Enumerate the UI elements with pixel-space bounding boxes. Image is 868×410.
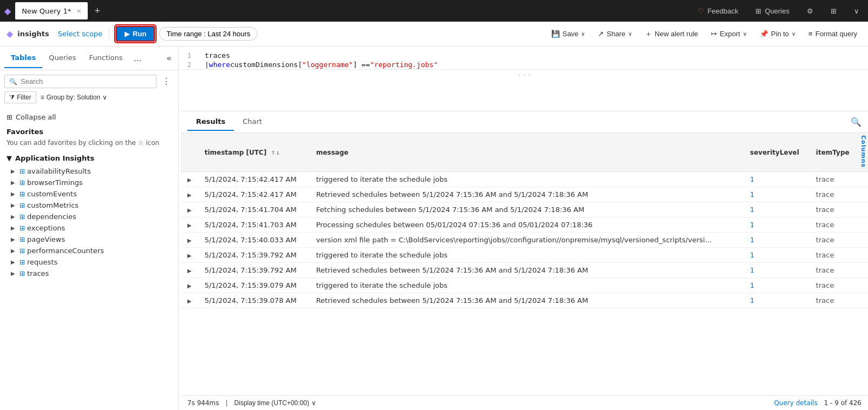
app-icon: ◆ (4, 6, 11, 16)
table-label: performanceCounters (27, 247, 104, 255)
tab-functions[interactable]: Functions (82, 48, 129, 68)
table-row-dependencies[interactable]: ▶ ⊞ dependencies (0, 211, 178, 222)
group-by-button[interactable]: ≡ Group by: Solution ∨ (41, 94, 107, 101)
table-row-customMetrics[interactable]: ▶ ⊞ customMetrics (0, 200, 178, 211)
editor-pane[interactable]: 1 traces 2 | where customDimensions[ "lo… (181, 47, 868, 111)
table-row-browserTimings[interactable]: ▶ ⊞ browserTimings (0, 177, 178, 188)
chart-tab[interactable]: Chart (234, 113, 271, 131)
itemtype-header[interactable]: itemType (810, 133, 859, 172)
table-row-traces[interactable]: ▶ ⊞ traces (0, 268, 178, 279)
expand-cell[interactable]: ▶ (181, 263, 198, 278)
expand-col-header (181, 133, 198, 172)
more-tabs-button[interactable]: ... (129, 51, 146, 65)
collapse-sidebar-button[interactable]: « (164, 51, 174, 65)
active-tab[interactable]: New Query 1* × (15, 2, 88, 19)
table-row: ▶ 5/1/2024, 7:15:39.079 AM triggered to … (181, 278, 868, 293)
search-input[interactable] (21, 77, 152, 85)
columns-body-cell (859, 293, 868, 308)
severity-header[interactable]: severityLevel (743, 133, 810, 172)
format-icon: ≡ (808, 30, 813, 38)
results-table-container: timestamp [UTC] ↑↓ message severityLevel… (181, 133, 868, 395)
table-label: browserTimings (27, 178, 83, 187)
message-header[interactable]: message (310, 133, 743, 172)
save-button[interactable]: 💾 Save ∨ (547, 28, 590, 40)
table-row-performanceCounters[interactable]: ▶ ⊞ performanceCounters (0, 245, 178, 256)
tab-tables[interactable]: Tables (4, 48, 42, 68)
table-label: traces (27, 269, 49, 277)
expand-cell[interactable]: ▶ (181, 293, 198, 308)
new-tab-button[interactable]: + (90, 5, 105, 17)
table-row: ▶ 5/1/2024, 7:15:41.704 AM Fetching sche… (181, 202, 868, 217)
collapse-all-button[interactable]: ⊞ Collapse all (0, 111, 178, 123)
expand-button[interactable]: ∨ (850, 5, 864, 17)
time-range-button[interactable]: Time range : Last 24 hours (159, 27, 257, 41)
timestamp-cell: 5/1/2024, 7:15:41.703 AM (198, 217, 310, 233)
expand-cell[interactable]: ▶ (181, 217, 198, 233)
expand-icon: ▶ (11, 168, 17, 174)
expand-icon: ▶ (11, 225, 17, 231)
pin-to-button[interactable]: 📌 Pin to ∨ (755, 28, 800, 40)
select-scope-button[interactable]: Select scope (58, 30, 102, 38)
table-row-customEvents[interactable]: ▶ ⊞ customEvents (0, 188, 178, 200)
search-row: 🔍 ⋮ (0, 70, 178, 88)
severity-cell: 1 (743, 202, 810, 217)
timestamp-cell: 5/1/2024, 7:15:39.792 AM (198, 263, 310, 278)
run-button[interactable]: ▶ Run (116, 26, 155, 42)
table-row: ▶ 5/1/2024, 7:15:39.792 AM triggered to … (181, 248, 868, 263)
table-row-requests[interactable]: ▶ ⊞ requests (0, 256, 178, 268)
display-time-button[interactable]: Display time (UTC+00:00) ∨ (234, 399, 316, 407)
table-label: availabilityResults (27, 167, 91, 175)
expand-cell[interactable]: ▶ (181, 202, 198, 217)
table-row-pageViews[interactable]: ▶ ⊞ pageViews (0, 234, 178, 245)
expand-icon: ▶ (11, 191, 17, 197)
expand-cell[interactable]: ▶ (181, 187, 198, 202)
export-button[interactable]: ↦ Export ∨ (707, 28, 751, 40)
tab-close-icon[interactable]: × (76, 8, 81, 15)
queries-button[interactable]: ⊞ Queries (751, 5, 794, 17)
table-row-exceptions[interactable]: ▶ ⊞ exceptions (0, 222, 178, 234)
top-bar-actions: ♡ Feedback ⊞ Queries ⚙ ⊞ ∨ (693, 5, 864, 17)
expand-cell[interactable]: ▶ (181, 278, 198, 293)
timestamp-cell: 5/1/2024, 7:15:39.078 AM (198, 293, 310, 308)
share-button[interactable]: ↗ Share ∨ (593, 28, 636, 40)
search-options-button[interactable]: ⋮ (159, 75, 174, 88)
expand-icon: ▶ (11, 180, 17, 186)
tab-queries[interactable]: Queries (42, 48, 82, 68)
expand-arrow-icon: ▶ (187, 268, 192, 274)
columns-button[interactable]: Columns (859, 133, 868, 172)
favorites-title: Favorites (0, 123, 178, 138)
expand-cell[interactable]: ▶ (181, 172, 198, 187)
status-divider: | (226, 399, 228, 407)
expand-icon: ▶ (11, 248, 17, 254)
results-tab[interactable]: Results (187, 113, 234, 131)
filter-button[interactable]: ⧩ Filter (4, 91, 36, 103)
app-icon-toolbar: ◆ (6, 29, 13, 39)
query-details-link[interactable]: Query details (774, 399, 817, 407)
expand-cell[interactable]: ▶ (181, 233, 198, 248)
table-row: ▶ 5/1/2024, 7:15:40.033 AM version xml f… (181, 233, 868, 248)
expand-cell[interactable]: ▶ (181, 248, 198, 263)
severity-cell: 1 (743, 233, 810, 248)
expand-icon: ▶ (11, 236, 17, 242)
new-alert-rule-button[interactable]: ＋ New alert rule (641, 27, 702, 41)
table-icon: ⊞ (19, 202, 25, 209)
format-query-button[interactable]: ≡ Format query (804, 28, 862, 40)
columns-body-cell (859, 172, 868, 187)
table-icon: ⊞ (19, 168, 25, 175)
application-insights-section[interactable]: ▼ Application Insights (0, 151, 178, 166)
timestamp-header[interactable]: timestamp [UTC] ↑↓ (198, 133, 310, 172)
feedback-button[interactable]: ♡ Feedback (693, 5, 742, 17)
item-type-cell: trace (810, 278, 859, 293)
chevron-down-icon: ∨ (628, 31, 632, 37)
editor-resize-handle[interactable]: · · · (181, 69, 868, 81)
table-icon: ⊞ (19, 224, 25, 232)
search-field[interactable]: 🔍 (4, 75, 156, 88)
play-icon: ▶ (125, 30, 129, 38)
scope-label: insights (17, 30, 49, 38)
message-cell: triggered to iterate the schedule jobs (310, 278, 743, 293)
search-results-button[interactable]: 🔍 (851, 117, 862, 127)
message-cell: triggered to iterate the schedule jobs (310, 248, 743, 263)
settings-button[interactable]: ⚙ (802, 5, 818, 17)
table-row-availabilityResults[interactable]: ▶ ⊞ availabilityResults (0, 166, 178, 177)
layout-button[interactable]: ⊞ (826, 5, 841, 17)
